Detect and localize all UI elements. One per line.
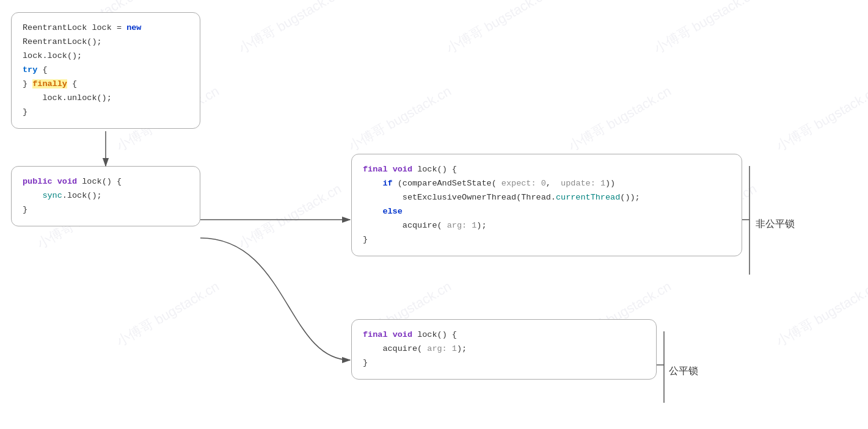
- code-line-b4-3: }: [363, 356, 645, 370]
- code-line-b3-3: setExclusiveOwnerThread(Thread.currentTh…: [363, 191, 731, 205]
- label-nonfair: 非公平锁: [756, 218, 795, 231]
- code-line-4: } finally {: [23, 78, 189, 92]
- code-box-usage: ReentrantLock lock = new ReentrantLock()…: [11, 12, 200, 129]
- code-line-b4-1: final void lock() {: [363, 328, 645, 342]
- code-line-5: lock.unlock();: [23, 92, 189, 106]
- code-line-b2-3: }: [23, 203, 189, 217]
- code-box-lock: public void lock() { sync.lock(); }: [11, 166, 200, 226]
- code-line-2: lock.lock();: [23, 49, 189, 63]
- code-line-b2-2: sync.lock();: [23, 189, 189, 203]
- code-line-b3-5: acquire( arg: 1);: [363, 219, 731, 233]
- main-container: 小傅哥 bugstack.cn 小傅哥 bugstack.cn 小傅哥 bugs…: [0, 0, 868, 429]
- code-line-b3-6: }: [363, 233, 731, 247]
- code-line-6: }: [23, 106, 189, 120]
- code-line-1: ReentrantLock lock = new ReentrantLock()…: [23, 21, 189, 49]
- code-line-b2-1: public void lock() {: [23, 175, 189, 189]
- code-line-b3-2: if (compareAndSetState( expect: 0, updat…: [363, 177, 731, 191]
- code-line-b4-2: acquire( arg: 1);: [363, 342, 645, 356]
- code-line-b3-1: final void lock() {: [363, 163, 731, 177]
- code-line-3: try {: [23, 63, 189, 78]
- code-line-b3-4: else: [363, 205, 731, 219]
- label-fair: 公平锁: [669, 365, 698, 378]
- code-box-nonfair: final void lock() { if (compareAndSetSta…: [351, 154, 742, 256]
- arrow-box2-to-box4: [200, 238, 350, 360]
- code-box-fair: final void lock() { acquire( arg: 1); }: [351, 319, 657, 380]
